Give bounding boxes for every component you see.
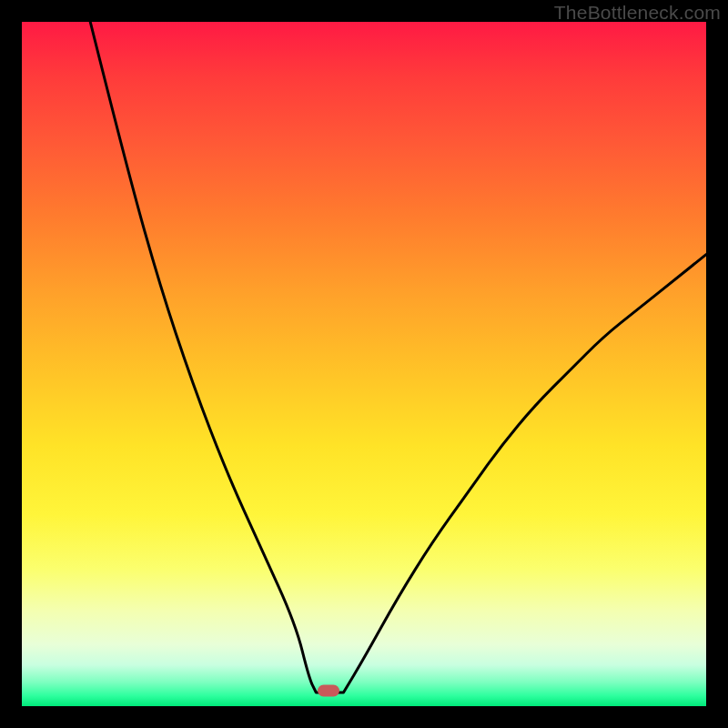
optimal-point-marker [318, 685, 339, 697]
plot-area [22, 22, 706, 706]
chart-container: TheBottleneck.com [0, 0, 728, 728]
watermark-text: TheBottleneck.com [554, 2, 721, 24]
bottleneck-curve [22, 22, 706, 706]
